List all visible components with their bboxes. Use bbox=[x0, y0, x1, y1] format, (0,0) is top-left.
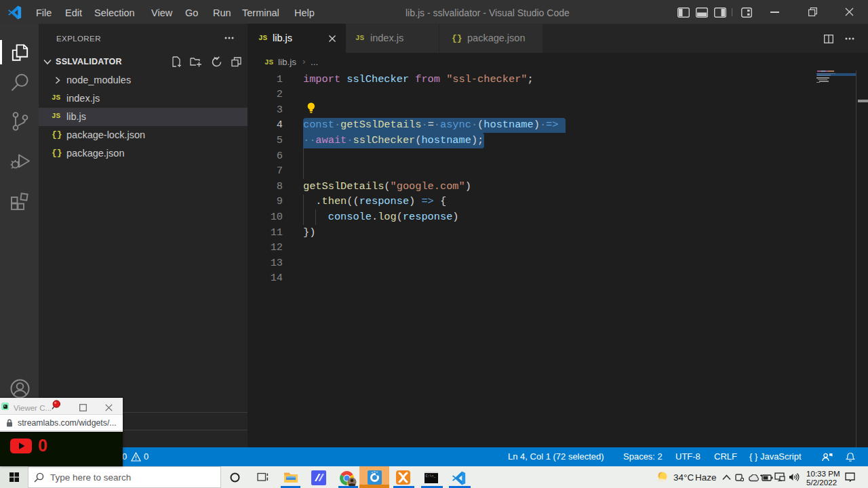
svg-text:C:\>_: C:\>_ bbox=[426, 474, 437, 479]
